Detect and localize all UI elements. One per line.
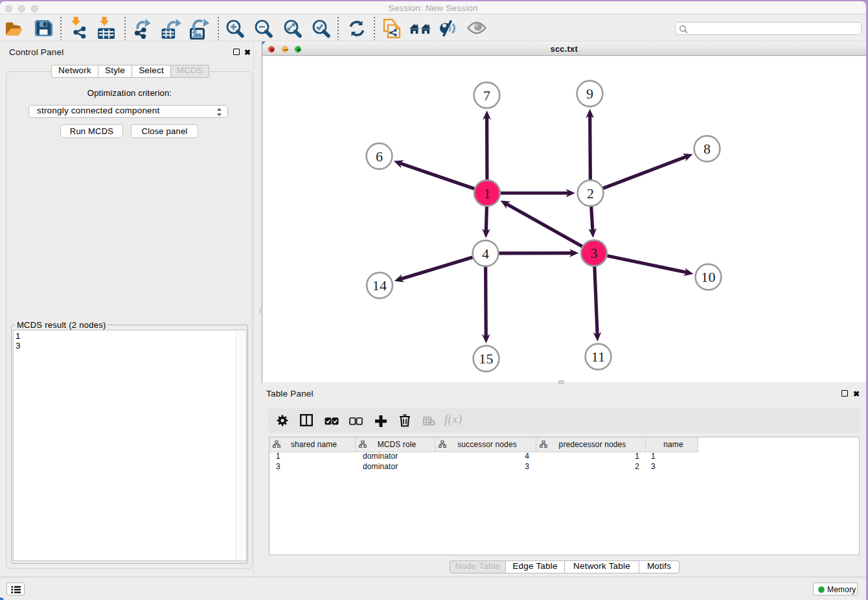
svg-text:7: 7 bbox=[483, 87, 490, 104]
svg-text:4: 4 bbox=[481, 246, 488, 262]
svg-text:2: 2 bbox=[586, 185, 593, 202]
svg-text:6: 6 bbox=[375, 148, 382, 165]
svg-text:9: 9 bbox=[586, 86, 593, 102]
svg-text:3: 3 bbox=[590, 245, 597, 261]
svg-text:10: 10 bbox=[701, 269, 715, 285]
svg-text:15: 15 bbox=[479, 351, 493, 367]
svg-text:1: 1 bbox=[483, 185, 490, 202]
svg-text:14: 14 bbox=[372, 277, 386, 294]
svg-text:8: 8 bbox=[703, 141, 710, 157]
svg-text:11: 11 bbox=[591, 349, 605, 365]
